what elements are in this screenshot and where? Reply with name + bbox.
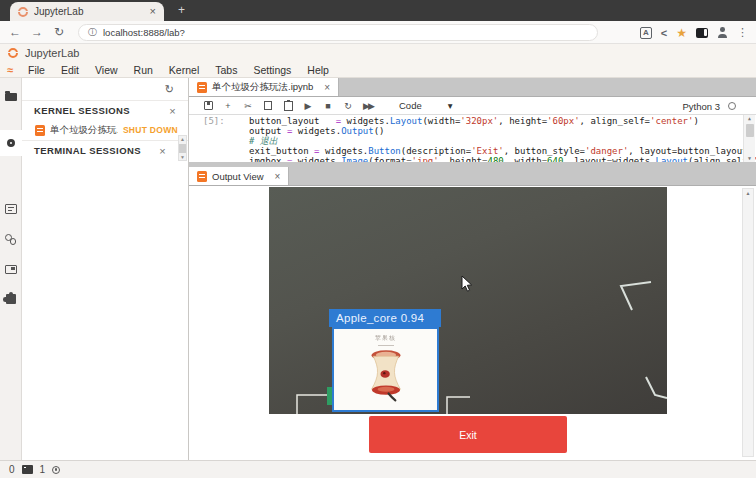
- menu-kernel[interactable]: Kernel: [161, 64, 207, 76]
- puzzle-icon: [6, 294, 16, 304]
- jupyter-logo-icon: [8, 48, 18, 58]
- side-panel-icon[interactable]: [696, 28, 708, 38]
- code-cell[interactable]: [5]: button_layout = widgets.Layout(widt…: [189, 115, 756, 162]
- notebook-toolbar: + ✂ ▶ ■ ↻ ▶▶ Code ▾ Python 3: [189, 97, 756, 115]
- running-sessions-icon: [7, 139, 15, 147]
- menu-help[interactable]: Help: [299, 64, 337, 76]
- sidebar-item-commands[interactable]: [0, 196, 22, 222]
- code-lines[interactable]: button_layout = widgets.Layout(width='32…: [249, 116, 740, 162]
- cut-cell-button[interactable]: ✂: [243, 101, 253, 111]
- gears-icon: [5, 234, 17, 245]
- refresh-icon[interactable]: ↻: [165, 83, 174, 96]
- close-all-terminals-icon[interactable]: ×: [159, 145, 166, 157]
- menu-file[interactable]: File: [20, 64, 53, 76]
- site-info-icon[interactable]: ⓘ: [88, 26, 97, 39]
- notebook-tabbar: 单个垃圾分拣玩法.ipynb ×: [189, 78, 756, 97]
- terminal-sessions-title: TERMINAL SESSIONS: [34, 145, 141, 156]
- tab-close-icon[interactable]: ×: [150, 6, 156, 17]
- screen: JupyterLab × + ← → ↻ ⓘ localhost:8888/la…: [0, 0, 756, 478]
- browser-actions: A < ★ ⋮: [640, 21, 752, 44]
- bookmark-star-icon[interactable]: ★: [676, 26, 687, 40]
- scroll-down-icon[interactable]: ▼: [748, 155, 751, 162]
- sidebar-item-inspector[interactable]: [0, 226, 22, 252]
- menu-run[interactable]: Run: [126, 64, 161, 76]
- stop-kernel-button[interactable]: ■: [323, 101, 333, 111]
- sidebar-item-running[interactable]: [0, 130, 22, 156]
- terminal-sessions-header: TERMINAL SESSIONS ×: [22, 140, 188, 160]
- kernel-session-row[interactable]: 单个垃圾分拣玩… SHUT DOWN: [22, 120, 188, 140]
- browser-tabstrip: JupyterLab × +: [0, 0, 756, 21]
- menu-bar: ≈ File Edit View Run Kernel Tabs Setting…: [0, 62, 756, 78]
- run-cell-button[interactable]: ▶: [303, 101, 313, 111]
- notebook-icon: [35, 125, 45, 136]
- menu-settings[interactable]: Settings: [245, 64, 299, 76]
- sidebar-scrollbar[interactable]: ▲ ▼: [178, 135, 187, 161]
- new-tab-button[interactable]: +: [174, 3, 189, 18]
- scroll-up-icon[interactable]: ▲: [746, 189, 751, 197]
- sidebar-item-tabs[interactable]: [0, 256, 22, 282]
- output-scrollbar[interactable]: ▲: [742, 188, 754, 457]
- terminal-icon[interactable]: [22, 465, 33, 474]
- restart-kernel-button[interactable]: ↻: [343, 101, 353, 111]
- save-button[interactable]: [203, 101, 213, 110]
- copy-cell-button[interactable]: [263, 101, 273, 110]
- menu-view[interactable]: View: [87, 64, 126, 76]
- folder-icon: [5, 93, 17, 101]
- back-icon[interactable]: ←: [4, 25, 26, 39]
- open-tabs-icon: [5, 265, 17, 274]
- browser-menu-icon[interactable]: ⋮: [737, 26, 748, 39]
- kernel-sessions-header: KERNEL SESSIONS ×: [22, 100, 188, 120]
- panel-toolbar: ↻: [22, 78, 188, 100]
- profile-icon[interactable]: [717, 27, 728, 38]
- browser-tab-title: JupyterLab: [34, 6, 144, 17]
- notebook-tab[interactable]: 单个垃圾分拣玩法.ipynb ×: [189, 78, 339, 96]
- save-icon: [204, 101, 213, 110]
- menu-tabs[interactable]: Tabs: [207, 64, 245, 76]
- restart-run-all-button[interactable]: ▶▶: [363, 101, 373, 111]
- output-view-tab[interactable]: Output View ×: [189, 167, 289, 185]
- mouse-cursor: [461, 275, 473, 293]
- cell-type-dropdown[interactable]: Code ▾: [399, 100, 453, 111]
- output-view-content: Apple_core 0.94 苹果核: [189, 186, 756, 460]
- code-scrollbar[interactable]: ▲ ▼: [743, 115, 755, 162]
- output-view-tab-close-icon[interactable]: ×: [275, 171, 281, 182]
- kernel-name[interactable]: Python 3: [683, 101, 721, 112]
- scrollbar-thumb[interactable]: [746, 124, 754, 137]
- jupyter-favicon-icon: [18, 7, 28, 17]
- scrollbar-thumb[interactable]: [179, 144, 186, 153]
- sidebar-item-extensions[interactable]: [0, 286, 22, 312]
- forward-icon[interactable]: →: [26, 25, 48, 39]
- notebook-icon: [197, 82, 207, 93]
- command-palette-icon: [5, 204, 17, 214]
- kernel-info: Python 3: [683, 97, 737, 115]
- paste-icon: [284, 101, 293, 111]
- activity-bar: [0, 78, 22, 460]
- scroll-up-icon[interactable]: ▲: [748, 115, 751, 122]
- chevron-down-icon: ▾: [448, 100, 453, 111]
- sidebar-item-files[interactable]: [0, 84, 22, 110]
- output-view-tab-title: Output View: [212, 171, 264, 182]
- close-all-kernels-icon[interactable]: ×: [169, 105, 176, 117]
- kernel-count[interactable]: 1: [40, 464, 46, 475]
- notebook-tab-close-icon[interactable]: ×: [324, 82, 330, 93]
- share-icon[interactable]: <: [661, 27, 667, 39]
- reload-icon[interactable]: ↻: [48, 25, 70, 39]
- menu-edit[interactable]: Edit: [53, 64, 87, 76]
- kernel-status-icon[interactable]: [728, 102, 736, 110]
- scroll-up-icon[interactable]: ▲: [180, 136, 185, 142]
- url-text: localhost:8888/lab?: [103, 27, 185, 38]
- translate-icon[interactable]: A: [640, 27, 652, 39]
- scroll-down-icon[interactable]: ▼: [180, 154, 185, 160]
- copy-icon: [264, 101, 272, 110]
- address-bar[interactable]: ⓘ localhost:8888/lab?: [78, 24, 598, 41]
- jupyterlab-brand: JupyterLab: [25, 47, 79, 59]
- kernel-icon[interactable]: [52, 466, 60, 474]
- detection-bounding-box: 苹果核: [332, 327, 439, 412]
- browser-tab[interactable]: JupyterLab ×: [10, 2, 164, 21]
- terminal-count[interactable]: 0: [9, 464, 15, 475]
- paste-cell-button[interactable]: [283, 101, 293, 111]
- shutdown-button[interactable]: SHUT DOWN: [123, 125, 178, 135]
- add-cell-button[interactable]: +: [223, 101, 233, 111]
- exit-button[interactable]: Exit: [369, 416, 567, 453]
- apple-core-illustration: [360, 346, 412, 402]
